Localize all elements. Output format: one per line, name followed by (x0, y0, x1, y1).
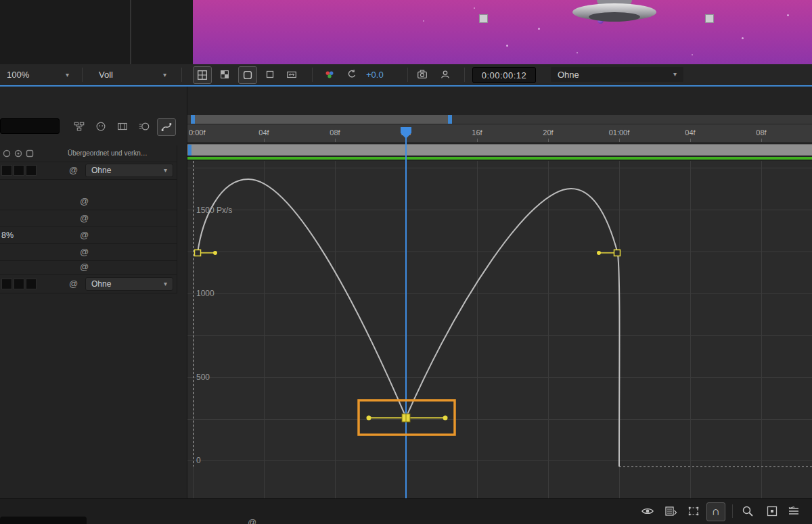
layer-switches-row: @ Ohne ▾ (0, 162, 177, 180)
parent-dropdown-value: Ohne (91, 166, 111, 175)
resolution-value: Voll (99, 70, 113, 80)
y-axis-label: 1500 Px/s (196, 206, 232, 215)
frame-blending-icon (116, 120, 129, 133)
graph-editor-button[interactable] (157, 118, 176, 136)
choose-graph-type-button[interactable] (662, 503, 679, 519)
y-axis-label: 500 (196, 373, 210, 382)
parent-dropdown[interactable]: Ohne ▾ (85, 277, 173, 291)
parent-pickwhip-icon[interactable]: @ (69, 166, 78, 174)
transform-box-icon (687, 504, 700, 518)
solo-column-icon (26, 149, 34, 158)
magnification-dropdown[interactable]: 100% ▾ (0, 64, 76, 85)
ruler-tick-label: 04f (685, 128, 695, 137)
fit-all-icon (787, 504, 800, 518)
toolbar-separator (464, 68, 465, 82)
reset-exposure-button[interactable] (343, 66, 361, 82)
parent-dropdown-value: Ohne (91, 279, 111, 289)
keyframe-right[interactable] (597, 250, 621, 256)
show-transform-box-button[interactable] (685, 503, 702, 519)
mini-flowchart-icon (73, 120, 85, 133)
mask-visibility-button[interactable] (238, 66, 257, 84)
motion-blur-button[interactable] (135, 118, 153, 135)
work-area-bar[interactable] (187, 144, 812, 156)
chevron-down-icon: ▾ (673, 71, 677, 78)
bezier-handle-dot[interactable] (443, 416, 448, 421)
bottom-left-field[interactable] (0, 517, 87, 524)
fit-selection-button[interactable] (763, 503, 781, 519)
motion-path-keyframe-square[interactable] (479, 14, 488, 23)
work-area-start-handle[interactable] (188, 145, 191, 156)
magnifier-icon (741, 504, 754, 518)
fast-previews-value: Ohne (558, 70, 579, 80)
navigator-handle-right[interactable] (448, 115, 452, 124)
graph-editor-icon (160, 121, 173, 133)
timecode-field[interactable]: 0:00:00:12 (472, 67, 536, 83)
star-dot (474, 7, 475, 9)
pixel-aspect-correction-button[interactable] (283, 66, 300, 82)
show-properties-button[interactable] (639, 503, 656, 519)
ruler-tick-label: 20f (543, 128, 553, 137)
bottom-bar-separator (732, 504, 733, 518)
transparency-grid-button[interactable] (216, 66, 233, 82)
auto-zoom-graph-button[interactable] (739, 503, 757, 519)
parent-dropdown[interactable]: Ohne ▾ (85, 164, 173, 177)
y-axis-label: 0 (196, 456, 201, 465)
take-snapshot-button[interactable] (413, 66, 431, 82)
bezier-handle-dot[interactable] (213, 251, 217, 255)
property-pickwhip-icon[interactable]: @ (80, 231, 89, 239)
mini-flowchart-button[interactable] (70, 118, 88, 135)
bezier-handle-dot[interactable] (367, 416, 371, 421)
speed-curve[interactable] (198, 179, 620, 467)
star-dot (742, 37, 744, 39)
property-value[interactable]: 8% (1, 231, 14, 240)
panel-divider (130, 0, 131, 64)
keyframe-box[interactable] (195, 250, 201, 256)
chevron-down-icon: ▾ (164, 281, 167, 287)
property-row: 8% @ (0, 227, 177, 244)
time-ruler[interactable]: 0:00f 04f 08f 12f 16f 20f 01:00f 04f 08f (187, 124, 812, 143)
grid-and-guide-options-button[interactable] (193, 66, 212, 84)
fit-selection-icon (765, 504, 779, 518)
keyframe-left[interactable] (195, 250, 218, 256)
star-dot (423, 20, 424, 22)
timeline-navigator-track[interactable] (187, 115, 812, 124)
property-pickwhip-icon[interactable]: @ (80, 262, 89, 271)
frame-blending-button[interactable] (114, 118, 131, 135)
ufo-layer[interactable] (570, 0, 658, 26)
layer-switch-box[interactable] (1, 279, 12, 289)
keyframe-box[interactable] (614, 250, 621, 256)
property-pickwhip-icon[interactable]: @ (80, 247, 89, 256)
pickwhip-icon[interactable]: @ (248, 518, 256, 524)
navigator-handle-left[interactable] (191, 115, 195, 124)
parent-pickwhip-icon[interactable]: @ (69, 279, 78, 288)
channel-settings-button[interactable] (321, 66, 338, 82)
show-snapshot-button[interactable] (436, 66, 454, 82)
snap-button[interactable]: ∩ (706, 502, 725, 521)
resolution-dropdown[interactable]: Voll ▾ (88, 64, 177, 85)
layer-switch-box[interactable] (26, 279, 37, 289)
exposure-value[interactable]: +0.0 (366, 64, 384, 85)
comp-search-field[interactable] (0, 118, 60, 134)
audio-column-icon (14, 149, 22, 158)
composition-viewport[interactable] (193, 0, 812, 64)
y-axis-label: 1000 (196, 289, 215, 298)
motion-path-keyframe-square[interactable] (705, 14, 714, 23)
graph-type-icon (664, 504, 677, 518)
layer-switch-box[interactable] (26, 165, 37, 176)
region-of-interest-button[interactable] (261, 66, 279, 82)
property-pickwhip-icon[interactable]: @ (80, 197, 89, 206)
playhead-line-upper[interactable] (405, 135, 407, 161)
bezier-handle-dot[interactable] (597, 251, 601, 255)
fast-previews-dropdown[interactable]: Ohne ▾ (551, 67, 683, 82)
speed-graph-canvas[interactable] (187, 161, 812, 498)
fit-all-graphs-button[interactable] (785, 503, 803, 519)
ufo-underside (589, 12, 640, 22)
layer-switch-box[interactable] (14, 279, 24, 289)
timeline-navigator-thumb[interactable] (191, 115, 452, 124)
chevron-down-icon: ▾ (66, 72, 69, 78)
property-row: @ (0, 243, 177, 261)
property-pickwhip-icon[interactable]: @ (80, 214, 89, 222)
shy-layers-button[interactable] (92, 118, 110, 135)
layer-switch-box[interactable] (1, 165, 12, 176)
layer-switch-box[interactable] (14, 165, 24, 176)
